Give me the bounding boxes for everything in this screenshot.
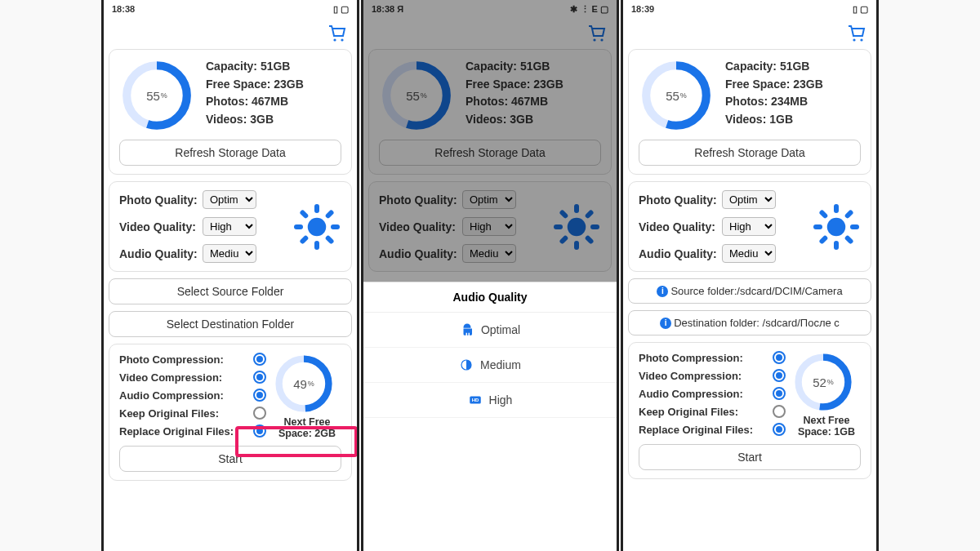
next-free-space-label: Next Free Space: 1GB [792, 415, 861, 438]
destination-folder-info[interactable]: iDestination folder: /sdcard/После с [628, 310, 871, 335]
info-icon: i [660, 318, 671, 329]
video-quality-select[interactable]: High [722, 217, 776, 236]
android-icon [460, 322, 474, 337]
audio-quality-select[interactable]: Mediu [203, 244, 256, 263]
svg-point-0 [333, 38, 336, 41]
quality-card: Photo Quality:Optim Video Quality:High A… [628, 181, 871, 272]
status-icons: ▯ ▢ [853, 4, 868, 15]
svg-text:HD: HD [471, 398, 479, 402]
hd-icon: HD [468, 393, 483, 407]
svg-point-1 [341, 38, 343, 41]
storage-stats: Capacity: 51GB Free Space: 23GB Photos: … [206, 58, 341, 129]
folder-paths: iSource folder:/sdcard/DCIM/Camera iDest… [628, 278, 871, 335]
svg-point-35 [827, 217, 846, 236]
sheet-option-optimal[interactable]: Optimal [363, 313, 617, 348]
select-source-folder-button[interactable]: Select Source Folder [109, 278, 352, 304]
sheet-title: Audio Quality [363, 282, 617, 313]
replace-original-radio[interactable] [773, 423, 786, 436]
predicted-donut: 52% [792, 351, 854, 413]
screenshot-2: 18:38 Я ✱ ⋮ E ▢ 55% Capacity: 51GB Free … [361, 0, 619, 551]
select-destination-folder-button[interactable]: Select Destination Folder [109, 311, 352, 337]
photo-compression-radio[interactable] [773, 351, 786, 364]
video-quality-select[interactable]: High [203, 217, 256, 236]
status-time: 18:38 [112, 4, 135, 14]
sheet-option-medium[interactable]: Medium [363, 348, 617, 383]
svg-line-10 [328, 238, 332, 241]
audio-quality-sheet: Audio Quality Optimal Medium HD High [363, 282, 617, 551]
half-brightness-icon [459, 358, 474, 372]
audio-compression-radio[interactable] [253, 389, 266, 402]
quality-card: Photo Quality:Optim Video Quality:High A… [109, 181, 352, 272]
svg-line-12 [328, 212, 332, 216]
app-topbar [623, 18, 876, 49]
status-bar: 18:38 ▯ ▢ [104, 0, 357, 18]
photo-quality-select[interactable]: Optim [722, 190, 776, 209]
storage-card: 55% Capacity: 51GB Free Space: 23GB Phot… [109, 49, 352, 175]
cart-icon[interactable] [327, 24, 347, 43]
video-compression-radio[interactable] [253, 371, 266, 384]
folder-buttons: Select Source Folder Select Destination … [109, 278, 352, 337]
screenshot-3: 18:39 ▯ ▢ 55% Capacity: 51GB Free Space:… [621, 0, 879, 551]
svg-line-40 [822, 212, 826, 216]
refresh-storage-button[interactable]: Refresh Storage Data [119, 140, 341, 166]
status-icons: ▯ ▢ [333, 4, 349, 15]
status-bar: 18:39 ▯ ▢ [623, 0, 876, 18]
svg-point-32 [860, 38, 862, 41]
photo-compression-radio[interactable] [253, 353, 266, 366]
brightness-icon[interactable] [812, 202, 861, 251]
keep-original-radio[interactable] [253, 407, 266, 420]
storage-donut: 55% [119, 58, 194, 133]
screenshot-1: 18:38 ▯ ▢ 55% Capacity: 51GB Free Space:… [101, 0, 359, 551]
compression-card: Photo Compression: Video Compression: Au… [109, 344, 352, 481]
compression-card: Photo Compression: Video Compression: Au… [628, 342, 871, 479]
cart-icon[interactable] [847, 24, 866, 43]
video-compression-radio[interactable] [773, 369, 786, 382]
storage-card: 55% Capacity: 51GB Free Space: 23GB Phot… [628, 49, 871, 175]
svg-point-31 [853, 38, 855, 41]
refresh-storage-button[interactable]: Refresh Storage Data [639, 140, 861, 166]
predicted-donut: 49% [273, 353, 335, 415]
svg-line-11 [303, 238, 306, 241]
app-topbar [104, 18, 357, 49]
storage-donut: 55% [639, 58, 714, 133]
svg-line-43 [848, 212, 851, 216]
keep-original-radio[interactable] [773, 405, 786, 418]
sheet-option-high[interactable]: HD High [363, 383, 617, 418]
audio-compression-radio[interactable] [773, 387, 786, 400]
status-time: 18:39 [631, 4, 654, 14]
svg-point-4 [308, 217, 327, 236]
start-button[interactable]: Start [119, 446, 341, 472]
start-button[interactable]: Start [639, 444, 861, 470]
svg-line-9 [303, 212, 306, 216]
replace-original-radio[interactable] [253, 424, 266, 438]
brightness-icon[interactable] [292, 202, 341, 251]
audio-quality-select[interactable]: Mediu [722, 244, 776, 263]
next-free-space-label: Next Free Space: 2GB [273, 416, 341, 439]
svg-line-41 [848, 238, 851, 241]
source-folder-info[interactable]: iSource folder:/sdcard/DCIM/Camera [628, 278, 871, 304]
photo-quality-select[interactable]: Optim [203, 190, 256, 209]
svg-line-42 [822, 238, 826, 241]
info-icon: i [657, 286, 668, 297]
